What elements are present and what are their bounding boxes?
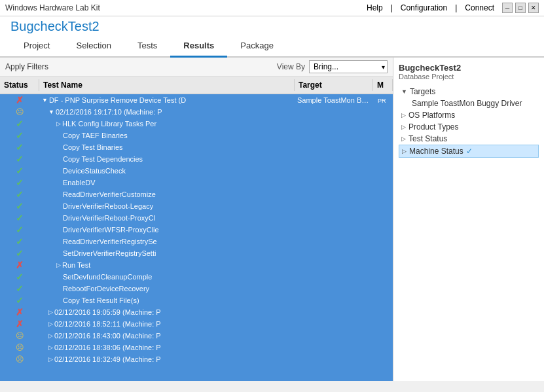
close-button[interactable]: ✕ (528, 3, 539, 13)
tree-container[interactable]: ✗▼DF - PNP Surprise Remove Device Test (… (0, 94, 393, 381)
expand-button[interactable]: ▷ (48, 332, 53, 339)
table-row[interactable]: ✓EnableDV (0, 177, 393, 188)
row-name-text: Copy Test Dependencies (63, 155, 143, 163)
target-cell (295, 111, 373, 113)
target-cell (295, 135, 373, 136)
expand-button[interactable]: ▷ (56, 262, 61, 268)
expand-button[interactable]: ▼ (48, 109, 54, 115)
target-cell (295, 123, 373, 124)
table-row[interactable]: ✗▷02/12/2016 19:05:59 (Machine: P (0, 306, 393, 318)
table-row[interactable]: ✓RebootForDeviceRecovery (0, 283, 393, 294)
help-link[interactable]: Help (367, 3, 383, 12)
table-row[interactable]: ✓SetDriverVerifierRegistrySetti (0, 247, 393, 259)
configuration-link[interactable]: Configuration (401, 3, 447, 12)
row-name-text: 02/12/2016 18:32:49 (Machine: P (54, 355, 161, 363)
table-row[interactable]: ✓Copy TAEF Binaries (0, 130, 393, 141)
right-panel-title: BugcheckTest2 (399, 63, 539, 73)
expand-button[interactable]: ▷ (48, 356, 53, 363)
row-name-text: ReadDriverVerifierRegistrySe (63, 238, 157, 245)
table-row[interactable]: ☹▷02/12/2016 18:32:49 (Machine: P (0, 353, 393, 365)
table-row[interactable]: ✓ReadDriverVerifierRegistrySe (0, 236, 393, 247)
m-cell (373, 135, 393, 136)
m-cell (373, 217, 393, 219)
right-section-product-types[interactable]: ▷Product Types (399, 121, 539, 133)
row-name-text: 02/12/2016 18:38:06 (Machine: P (54, 344, 161, 351)
table-row[interactable]: ✓▷HLK Config Library Tasks Per (0, 118, 393, 130)
name-cell: ▷02/12/2016 18:38:06 (Machine: P (39, 343, 295, 352)
m-cell (373, 123, 393, 124)
section-expand-icon: ▷ (401, 112, 406, 118)
tab-tests[interactable]: Tests (124, 35, 170, 58)
minimize-button[interactable]: ─ (502, 3, 513, 13)
table-row[interactable]: ✓DriverVerifierReboot-Legacy (0, 200, 393, 212)
expand-button[interactable]: ▷ (48, 321, 53, 327)
name-cell: Copy Test Result File(s) (39, 296, 295, 305)
table-row[interactable]: ☹▷02/12/2016 18:43:00 (Machine: P (0, 330, 393, 342)
target-cell (295, 205, 373, 207)
right-section-targets[interactable]: ▼TargetsSample ToastMon Buggy Driver (399, 86, 539, 109)
name-cell: DriverVerifierReboot-Legacy (39, 202, 295, 211)
table-row[interactable]: ✓Copy Test Dependencies (0, 153, 393, 165)
right-panel: BugcheckTest2 Database Project ▼TargetsS… (393, 58, 544, 381)
check-icon: ✓ (16, 283, 24, 294)
table-row[interactable]: ☹▷02/12/2016 18:38:06 (Machine: P (0, 342, 393, 353)
x-icon: ✗ (16, 260, 24, 270)
table-row[interactable]: ✗▷02/12/2016 18:52:11 (Machine: P (0, 318, 393, 330)
tab-results[interactable]: Results (170, 35, 227, 58)
table-row[interactable]: ✓ReadDriverVerifierCustomize (0, 188, 393, 200)
table-row[interactable]: ✓SetDevfundCleanupComple (0, 271, 393, 283)
row-name-text: DF - PNP Surprise Remove Device Test (D (49, 96, 186, 104)
right-section-item[interactable]: ▼Targets (399, 86, 539, 98)
apply-filters-label[interactable]: Apply Filters (5, 62, 48, 71)
m-cell (373, 194, 393, 195)
target-cell (295, 359, 373, 360)
maximize-button[interactable]: □ (515, 3, 526, 13)
target-cell (295, 194, 373, 195)
row-name-text: DriverVerifierWFSR-ProxyClie (63, 226, 159, 234)
table-row[interactable]: ✗▼DF - PNP Surprise Remove Device Test (… (0, 94, 393, 106)
expand-button[interactable]: ▼ (42, 97, 48, 103)
bring-dropdown-wrapper[interactable]: Bring... All Pass Fail (309, 60, 388, 73)
expand-button[interactable]: ▷ (48, 344, 53, 351)
status-cell: ✗ (0, 94, 39, 106)
name-cell: RebootForDeviceRecovery (39, 284, 295, 293)
col-target: Target (295, 79, 373, 91)
target-cell (295, 347, 373, 348)
expand-button[interactable]: ▷ (56, 120, 61, 127)
status-cell: ☹ (0, 107, 39, 117)
target-cell (295, 276, 373, 277)
name-cell: Copy TAEF Binaries (39, 131, 295, 140)
expand-button[interactable]: ▷ (48, 309, 53, 315)
table-row[interactable]: ✓Copy Test Result File(s) (0, 294, 393, 306)
right-section-item[interactable]: ▷OS Platforms (399, 109, 539, 121)
status-cell: ☹ (0, 342, 39, 353)
tab-package[interactable]: Package (227, 35, 287, 58)
table-row[interactable]: ☹▼02/12/2016 19:17:10 (Machine: P (0, 106, 393, 118)
tab-project[interactable]: Project (10, 35, 63, 58)
table-row[interactable]: ✗▷Run Test (0, 259, 393, 271)
table-row[interactable]: ✓DriverVerifierWFSR-ProxyClie (0, 224, 393, 236)
right-section-os-platforms[interactable]: ▷OS Platforms (399, 109, 539, 121)
right-section-item[interactable]: ▷Product Types (399, 121, 539, 133)
target-cell (295, 147, 373, 148)
right-section-item[interactable]: ▷Machine Status✓ (399, 145, 539, 158)
status-cell: ✓ (0, 177, 39, 188)
table-row[interactable]: ✓DeviceStatusCheck (0, 165, 393, 177)
right-section-test-status[interactable]: ▷Test Status (399, 133, 539, 145)
bring-dropdown[interactable]: Bring... All Pass Fail (309, 60, 388, 73)
pr-badge: PR (376, 98, 388, 104)
row-name-text: 02/12/2016 18:52:11 (Machine: P (54, 320, 161, 328)
table-row[interactable]: ✓Copy Test Binaries (0, 141, 393, 153)
m-cell: PR (373, 96, 393, 105)
check-icon: ✓ (16, 177, 24, 188)
table-row[interactable]: ✓DriverVerifierReboot-ProxyCl (0, 212, 393, 224)
right-section-machine-status[interactable]: ▷Machine Status✓ (399, 145, 539, 158)
right-section-item[interactable]: ▷Test Status (399, 133, 539, 145)
row-name-text: SetDevfundCleanupComple (63, 273, 152, 281)
tab-selection[interactable]: Selection (63, 35, 124, 58)
row-name-text: DriverVerifierReboot-ProxyCl (63, 214, 155, 222)
row-name-text: SetDriverVerifierRegistrySetti (63, 249, 156, 257)
sad-icon: ☹ (16, 355, 24, 364)
connect-link[interactable]: Connect (465, 3, 494, 12)
target-cell (295, 323, 373, 325)
